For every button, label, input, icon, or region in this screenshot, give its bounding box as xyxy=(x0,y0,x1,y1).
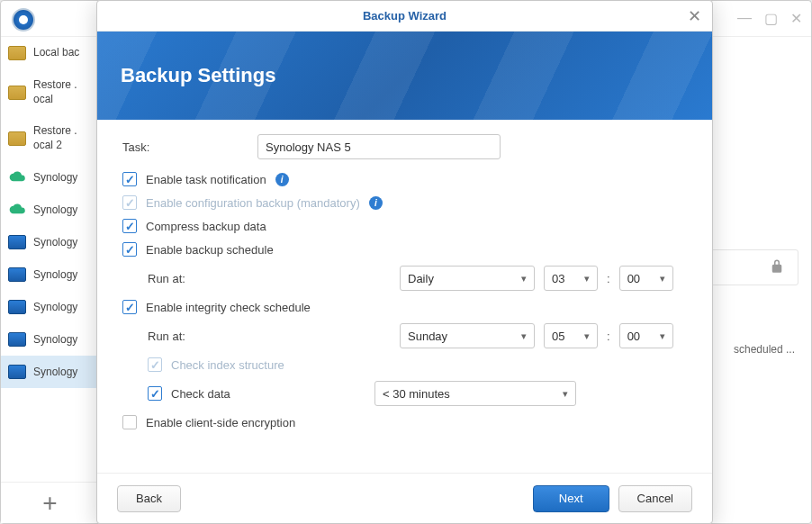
compress-backup-label: Compress backup data xyxy=(146,220,266,233)
sidebar-item-label: Local bac xyxy=(33,46,79,60)
chevron-down-icon: ▾ xyxy=(660,273,665,285)
dropdown-value: 03 xyxy=(552,272,564,285)
rack-icon xyxy=(8,235,26,249)
enable-config-backup-checkbox xyxy=(122,195,137,210)
sidebar-item-restore-local-2[interactable]: Restore . ocal 2 xyxy=(1,115,99,161)
bg-close-button[interactable]: ✕ xyxy=(790,10,802,27)
time-colon: : xyxy=(607,330,610,343)
sidebar-item-synology-rack-1[interactable]: Synology xyxy=(1,226,99,258)
rack-icon xyxy=(8,332,26,347)
enable-encryption-label: Enable client-side encryption xyxy=(146,416,295,429)
chevron-down-icon: ▾ xyxy=(584,330,590,342)
sidebar-item-local-backup[interactable]: Local bac xyxy=(1,37,99,69)
dropdown-value: < 30 minutes xyxy=(383,387,450,401)
chevron-down-icon: ▾ xyxy=(563,388,568,400)
enable-encryption-checkbox[interactable] xyxy=(122,415,137,429)
backup-hour-dropdown[interactable]: 03 ▾ xyxy=(544,266,598,291)
rack-icon xyxy=(8,365,26,379)
bg-minimize-button[interactable]: — xyxy=(737,10,752,27)
sidebar-item-label: Restore . ocal 2 xyxy=(33,124,77,152)
info-icon[interactable]: i xyxy=(275,173,289,186)
integrity-runat-label: Run at: xyxy=(148,330,391,343)
close-icon[interactable]: ✕ xyxy=(685,7,703,25)
sidebar-item-synology-rack-5[interactable]: Synology xyxy=(1,356,99,388)
integrity-frequency-dropdown[interactable]: Sunday ▾ xyxy=(400,323,535,348)
hdd-icon xyxy=(8,46,26,60)
sidebar-item-label: Synology xyxy=(33,366,77,380)
back-button[interactable]: Back xyxy=(117,485,181,512)
bg-scheduled-text: scheduled ... xyxy=(734,343,795,356)
time-colon: : xyxy=(607,272,610,285)
enable-integrity-checkbox[interactable] xyxy=(122,300,137,314)
cloud-icon xyxy=(8,170,26,185)
task-label: Task: xyxy=(122,140,257,154)
sidebar-item-synology-rack-3[interactable]: Synology xyxy=(1,291,99,323)
dropdown-value: 05 xyxy=(552,330,564,343)
sidebar-item-synology-cloud-2[interactable]: Synology xyxy=(1,194,99,226)
dialog-header: Backup Settings xyxy=(97,32,712,120)
enable-config-backup-label: Enable configuration backup (mandatory) xyxy=(146,196,360,210)
dropdown-value: Daily xyxy=(408,272,434,285)
sidebar-item-synology-rack-2[interactable]: Synology xyxy=(1,258,99,291)
cloud-icon xyxy=(8,203,26,217)
check-data-label: Check data xyxy=(171,387,365,401)
sidebar-item-label: Synology xyxy=(33,203,77,218)
enable-backup-schedule-checkbox[interactable] xyxy=(122,242,137,257)
sidebar-item-synology-cloud-1[interactable]: Synology xyxy=(1,161,99,194)
backup-frequency-dropdown[interactable]: Daily ▾ xyxy=(400,266,535,291)
check-index-label: Check index structure xyxy=(171,358,284,372)
sidebar-item-label: Synology xyxy=(33,171,77,185)
sidebar-item-label: Restore . ocal xyxy=(33,78,77,106)
enable-task-notification-label: Enable task notification xyxy=(146,173,266,186)
dialog-footer: Back Next Cancel xyxy=(97,473,712,523)
sidebar-item-label: Synology xyxy=(33,236,77,250)
bg-maximize-button[interactable]: ▢ xyxy=(764,10,778,27)
dropdown-value: 00 xyxy=(627,330,640,343)
sidebar: Local bac Restore . ocal Restore . ocal … xyxy=(1,37,100,523)
enable-task-notification-checkbox[interactable] xyxy=(122,172,137,186)
hdd-icon xyxy=(8,131,26,146)
app-logo xyxy=(12,8,35,32)
enable-backup-schedule-label: Enable backup schedule xyxy=(146,243,274,257)
dialog-body: Task: Enable task notification i Enable … xyxy=(97,120,712,473)
next-button[interactable]: Next xyxy=(533,485,609,512)
sidebar-item-label: Synology xyxy=(33,333,77,348)
sidebar-item-synology-rack-4[interactable]: Synology xyxy=(1,323,99,356)
dropdown-value: 00 xyxy=(627,272,640,285)
check-index-checkbox xyxy=(148,357,162,372)
enable-integrity-label: Enable integrity check schedule xyxy=(146,301,311,314)
task-name-input[interactable] xyxy=(257,134,501,159)
dropdown-value: Sunday xyxy=(408,330,447,343)
check-data-duration-dropdown[interactable]: < 30 minutes ▾ xyxy=(374,381,576,406)
integrity-minute-dropdown[interactable]: 00 ▾ xyxy=(619,323,673,348)
integrity-hour-dropdown[interactable]: 05 ▾ xyxy=(544,323,598,348)
backup-runat-label: Run at: xyxy=(148,272,391,285)
chevron-down-icon: ▾ xyxy=(521,330,527,342)
sidebar-item-label: Synology xyxy=(33,268,77,283)
add-task-button[interactable]: + xyxy=(1,482,99,523)
backup-wizard-dialog: Backup Wizard ✕ Backup Settings Task: En… xyxy=(96,0,713,524)
dialog-heading: Backup Settings xyxy=(121,64,275,87)
info-icon[interactable]: i xyxy=(369,196,383,210)
rack-icon xyxy=(8,300,26,314)
hdd-icon xyxy=(8,86,26,100)
dialog-title: Backup Wizard xyxy=(363,9,447,23)
chevron-down-icon: ▾ xyxy=(660,330,665,342)
check-data-checkbox[interactable] xyxy=(148,386,162,401)
cancel-button[interactable]: Cancel xyxy=(618,485,692,512)
rack-icon xyxy=(8,267,26,282)
sidebar-item-label: Synology xyxy=(33,301,77,315)
sidebar-item-restore-local[interactable]: Restore . ocal xyxy=(1,69,99,115)
dialog-titlebar: Backup Wizard ✕ xyxy=(97,1,712,32)
lock-icon xyxy=(769,258,785,277)
backup-minute-dropdown[interactable]: 00 ▾ xyxy=(619,266,673,291)
chevron-down-icon: ▾ xyxy=(521,273,527,285)
chevron-down-icon: ▾ xyxy=(584,273,590,285)
compress-backup-checkbox[interactable] xyxy=(122,219,137,233)
